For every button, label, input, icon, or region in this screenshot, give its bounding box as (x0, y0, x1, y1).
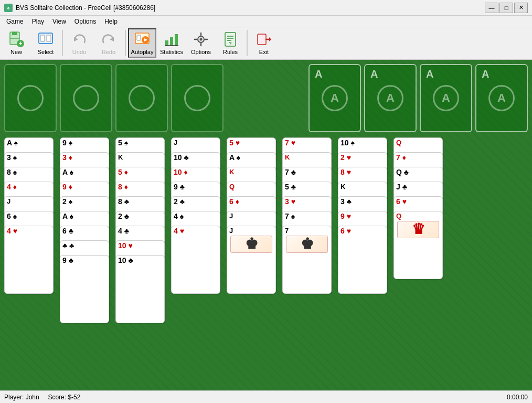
autoplay-button[interactable]: Autoplay (128, 28, 156, 58)
menu-help[interactable]: Help (100, 17, 122, 26)
columns-area: A ♠3 ♠8 ♠4 ♦J6 ♠4 ♥9 ♠3 ♦A ♠9 ♦2 ♠A ♠6 ♣… (4, 137, 528, 322)
foundation-1[interactable]: A A (308, 64, 361, 132)
menu-play[interactable]: Play (28, 17, 48, 26)
svg-rect-14 (165, 40, 168, 46)
card-col2-row9[interactable]: 9 ♣ (60, 255, 109, 323)
top-spacer (227, 64, 305, 132)
svg-marker-9 (110, 37, 114, 41)
titlebar-left: ♠ BVS Solitaire Collection - FreeCell [#… (4, 4, 155, 12)
svg-rect-6 (40, 35, 45, 41)
top-area: A A A A A A A A (4, 64, 528, 132)
exit-icon (256, 31, 272, 48)
options-label: Options (191, 49, 211, 55)
select-icon (37, 31, 54, 48)
free-cell-circle-4 (184, 85, 210, 111)
svg-text:+: + (18, 40, 22, 47)
column-8[interactable]: Q7 ♦Q ♣J ♣6 ♥Q♛ (393, 137, 446, 295)
foundation-2-label: A (370, 68, 378, 80)
foundation-3-label: A (426, 68, 433, 80)
card-col4-row7[interactable]: 4 ♥ (171, 226, 220, 294)
toolbar-separator-2 (125, 30, 126, 56)
options-icon (193, 31, 209, 48)
svg-marker-31 (269, 37, 271, 41)
status-time: 0:00:00 (507, 394, 528, 401)
foundation-4[interactable]: A A (475, 64, 528, 132)
exit-button[interactable]: Exit (250, 28, 278, 58)
column-5[interactable]: 5 ♥A ♠KQ6 ♦JJ♚ (227, 137, 279, 295)
foundation-3[interactable]: A A (420, 64, 472, 132)
card-col5-row7[interactable]: J♚ (227, 226, 276, 294)
foundation-2-circle: A (377, 85, 403, 111)
score-label: Score: $-52 (48, 394, 80, 401)
app-icon: ♠ (4, 4, 13, 12)
foundation-4-circle: A (488, 85, 515, 111)
toolbar: + New Select Undo (0, 27, 532, 60)
column-6[interactable]: 7 ♥K7 ♣5 ♣3 ♥7 ♠7♚ (282, 137, 335, 295)
exit-label: Exit (259, 49, 269, 55)
new-button[interactable]: + New (2, 28, 30, 58)
statusbar: Player: John Score: $-52 0:00:00 (0, 390, 532, 403)
free-cell-circle-2 (73, 85, 99, 111)
menubar: Game Play View Options Help (0, 16, 532, 27)
foundation-1-circle: A (322, 85, 348, 111)
menu-options[interactable]: Options (70, 17, 100, 26)
titlebar: ♠ BVS Solitaire Collection - FreeCell [#… (0, 0, 532, 16)
new-label: New (10, 49, 22, 55)
game-area: A A A A A A A A A ♠3 ♠8 ♠4 ♦J6 ♠4 ♥9 ♠3 … (0, 60, 532, 390)
card-col1-row7[interactable]: 4 ♥ (4, 226, 54, 294)
options-button[interactable]: Options (187, 28, 215, 58)
redo-icon (100, 31, 117, 48)
toolbar-separator-3 (247, 30, 248, 56)
select-label: Select (38, 49, 54, 55)
svg-rect-29 (258, 34, 266, 45)
rules-label: Rules (223, 49, 238, 55)
new-icon: + (8, 31, 25, 48)
svg-rect-16 (175, 34, 178, 46)
redo-label: Redo (102, 49, 115, 55)
toolbar-separator-1 (62, 30, 63, 56)
foundation-1-label: A (315, 68, 322, 80)
svg-rect-1 (12, 32, 17, 35)
free-cell-2[interactable] (60, 64, 112, 132)
close-button[interactable]: ✕ (514, 3, 528, 13)
card-col3-row9[interactable]: 10 ♣ (115, 255, 165, 323)
statistics-button[interactable]: Statistics (157, 28, 186, 58)
card-col8-row6[interactable]: Q♛ (393, 211, 443, 279)
status-left: Player: John Score: $-52 (4, 394, 80, 401)
statistics-label: Statistics (160, 49, 183, 55)
titlebar-controls: — □ ✕ (485, 3, 528, 13)
redo-button[interactable]: Redo (94, 28, 123, 58)
card-col7-row7[interactable]: 6 ♥ (338, 226, 387, 294)
select-button[interactable]: Select (31, 28, 60, 58)
foundation-2[interactable]: A A (364, 64, 417, 132)
minimize-button[interactable]: — (485, 3, 498, 13)
card-col6-row7[interactable]: 7♚ (282, 226, 332, 294)
menu-game[interactable]: Game (2, 17, 28, 26)
player-label: Player: John (4, 394, 39, 401)
free-cell-circle-3 (129, 85, 155, 111)
svg-rect-7 (47, 35, 51, 41)
autoplay-icon (134, 31, 151, 48)
column-3[interactable]: 5 ♠K5 ♦8 ♦8 ♣2 ♣4 ♣10 ♥10 ♣ (115, 137, 168, 322)
free-cell-1[interactable] (4, 64, 57, 132)
undo-label: Undo (72, 49, 86, 55)
column-2[interactable]: 9 ♠3 ♦A ♠9 ♦2 ♠A ♠6 ♣♣ ♣9 ♣ (60, 137, 112, 322)
rules-icon: ? (222, 31, 239, 48)
autoplay-label: Autoplay (131, 49, 154, 55)
svg-text:?: ? (229, 41, 232, 46)
free-cell-3[interactable] (115, 64, 168, 132)
svg-point-19 (200, 38, 203, 41)
maximize-button[interactable]: □ (499, 3, 513, 13)
window-title: BVS Solitaire Collection - FreeCell [#38… (16, 4, 155, 12)
undo-button[interactable]: Undo (65, 28, 93, 58)
statistics-icon (163, 31, 180, 48)
undo-icon (71, 31, 88, 48)
column-7[interactable]: 10 ♠2 ♥8 ♥K3 ♣9 ♥6 ♥ (338, 137, 390, 295)
free-cell-circle-1 (17, 85, 44, 111)
rules-button[interactable]: ? Rules (216, 28, 244, 58)
column-4[interactable]: J10 ♣10 ♦9 ♣2 ♣4 ♠4 ♥ (171, 137, 224, 295)
svg-rect-15 (170, 37, 173, 46)
menu-view[interactable]: View (48, 17, 70, 26)
free-cell-4[interactable] (171, 64, 224, 132)
column-1[interactable]: A ♠3 ♠8 ♠4 ♦J6 ♠4 ♥ (4, 137, 57, 295)
